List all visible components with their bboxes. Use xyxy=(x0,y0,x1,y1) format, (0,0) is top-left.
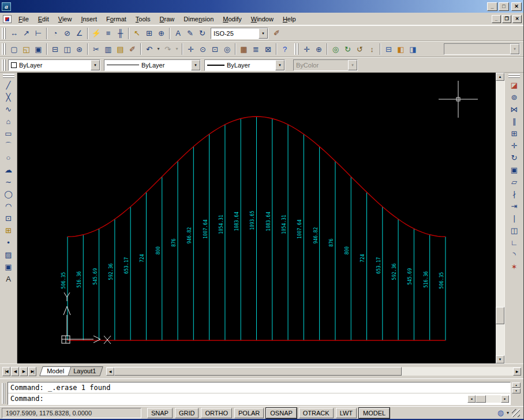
scroll-left-icon[interactable]: ◀ xyxy=(467,395,476,403)
combo-dropdown-icon[interactable] xyxy=(91,60,100,70)
back-clip-icon[interactable]: ◨ xyxy=(407,43,419,55)
scroll-left-icon[interactable]: ◀ xyxy=(106,367,114,376)
coordinate-display[interactable]: 1907.5909, 1175.8328, 0.0000 xyxy=(2,408,141,418)
linear-dimension-icon[interactable]: ↔ xyxy=(8,28,20,39)
toolbar-grip[interactable] xyxy=(3,74,14,78)
scroll-right-icon[interactable]: ▶ xyxy=(513,367,521,376)
scroll-up-icon[interactable]: ▲ xyxy=(496,73,504,81)
ellipse-icon[interactable]: ◯ xyxy=(2,188,14,200)
dimension-update-icon[interactable]: ↻ xyxy=(196,28,208,39)
toggle-otrack[interactable]: OTRACK xyxy=(299,408,334,418)
menu-window[interactable]: Window xyxy=(246,13,278,25)
horizontal-scroll-thumb[interactable] xyxy=(114,367,401,376)
erase-icon[interactable]: ◪ xyxy=(508,79,521,91)
dbconnect-icon[interactable]: ⊠ xyxy=(262,43,274,55)
combo-dropdown-icon[interactable] xyxy=(275,60,285,70)
command-window-grip[interactable] xyxy=(2,383,5,404)
tolerance-icon[interactable]: ⊞ xyxy=(143,28,155,39)
menu-file[interactable]: File xyxy=(14,13,33,25)
menu-tools[interactable]: Tools xyxy=(131,13,155,25)
construction-line-icon[interactable]: ╳ xyxy=(2,91,14,103)
communication-center-icon[interactable]: ◍ xyxy=(497,409,504,417)
new-file-icon[interactable]: ▢ xyxy=(8,43,20,55)
extend-icon[interactable]: ⇥ xyxy=(508,200,521,212)
command-input-line[interactable]: Command: ◀ ▶ xyxy=(8,393,510,404)
center-mark-icon[interactable]: ⊕ xyxy=(155,28,167,39)
toggle-lwt[interactable]: LWT xyxy=(336,408,357,418)
horizontal-scroll-track[interactable] xyxy=(114,367,513,376)
tab-last-button[interactable]: ▶| xyxy=(28,367,36,376)
spinner-up-icon[interactable]: ▴ xyxy=(512,382,521,388)
adjust-clip-planes-icon[interactable]: ⊟ xyxy=(383,43,395,55)
linetype-control-combo[interactable]: ByLayer xyxy=(104,59,201,71)
paste-icon[interactable]: ▤ xyxy=(114,43,126,55)
ellipse-arc-icon[interactable]: ◠ xyxy=(2,200,14,212)
hatch-icon[interactable]: ▨ xyxy=(2,249,14,261)
child-minimize-button[interactable]: _ xyxy=(492,15,501,23)
redo-icon[interactable]: ↷ xyxy=(162,43,174,55)
stretch-icon[interactable]: ▱ xyxy=(508,176,521,188)
command-scroll-track[interactable] xyxy=(476,395,501,403)
front-clip-icon[interactable]: ◧ xyxy=(395,43,407,55)
copy-object-icon[interactable]: ⊚ xyxy=(508,91,521,103)
tab-next-button[interactable]: ▶ xyxy=(20,367,28,376)
toggle-polar[interactable]: POLAR xyxy=(234,408,264,418)
continuous-orbit-icon[interactable]: ↻ xyxy=(342,43,354,55)
tab-first-button[interactable]: |◀ xyxy=(2,367,10,376)
move-icon[interactable]: ✛ xyxy=(508,140,521,152)
menu-edit[interactable]: Edit xyxy=(33,13,54,25)
pan-3d-icon[interactable]: ✛ xyxy=(301,43,313,55)
zoom-previous-icon[interactable]: ◎ xyxy=(221,43,233,55)
ordinate-dimension-icon[interactable]: ⊢ xyxy=(32,28,44,39)
scale-icon[interactable]: ▣ xyxy=(508,164,521,176)
cut-icon[interactable]: ✂ xyxy=(90,43,102,55)
spinner-down-icon[interactable]: ▾ xyxy=(512,388,521,393)
angular-dimension-icon[interactable]: ∠ xyxy=(73,28,85,39)
scroll-down-icon[interactable]: ▼ xyxy=(496,355,504,363)
toolbar-grip[interactable] xyxy=(508,74,520,78)
lineweight-control-combo[interactable]: ByLayer xyxy=(204,59,285,71)
menu-format[interactable]: Format xyxy=(102,13,131,25)
swivel-3d-icon[interactable]: ↺ xyxy=(354,43,366,55)
dimension-text-edit-icon[interactable]: A xyxy=(172,28,184,39)
command-text-area[interactable]: Command: _.erase 1 found Command: ◀ ▶ xyxy=(8,382,511,405)
command-scroll-spinner[interactable]: ▴ ▾ xyxy=(512,382,521,405)
drawing-canvas[interactable]: 506.35516.36545.69592.36653.177248008769… xyxy=(17,73,496,363)
make-block-icon[interactable]: ⊞ xyxy=(2,224,14,237)
continue-dimension-icon[interactable]: ╫ xyxy=(114,28,126,39)
toolbar-grip[interactable] xyxy=(2,43,6,55)
plot-preview-icon[interactable]: ◫ xyxy=(61,43,73,55)
dimension-style-icon[interactable]: ✐ xyxy=(271,28,283,39)
insert-block-icon[interactable]: ⊡ xyxy=(2,212,14,224)
command-horizontal-scrollbar[interactable]: ◀ ▶ xyxy=(467,395,509,403)
copy-clip-icon[interactable]: ▥ xyxy=(102,43,114,55)
scroll-right-icon[interactable]: ▶ xyxy=(501,395,509,403)
dimension-edit-icon[interactable]: ✎ xyxy=(184,28,196,39)
toggle-ortho[interactable]: ORTHO xyxy=(201,408,232,418)
zoom-3d-icon[interactable]: ⊕ xyxy=(313,43,325,55)
arc-icon[interactable]: ⌒ xyxy=(2,140,14,152)
toolbar-grip[interactable] xyxy=(2,59,6,71)
dim-style-combo[interactable]: ISO-25 xyxy=(211,28,268,39)
pan-realtime-icon[interactable]: ✛ xyxy=(185,43,197,55)
zoom-realtime-icon[interactable]: ⊙ xyxy=(197,43,209,55)
minimize-button[interactable]: _ xyxy=(487,2,497,11)
command-history-line[interactable]: Command: _.erase 1 found xyxy=(8,382,510,393)
close-button[interactable]: ✕ xyxy=(511,2,522,11)
multiline-text-icon[interactable]: A xyxy=(2,273,14,285)
undo-dropdown-icon[interactable]: ▾ xyxy=(155,43,162,55)
help-icon[interactable]: ? xyxy=(279,43,291,55)
toggle-snap[interactable]: SNAP xyxy=(147,408,173,418)
circle-icon[interactable]: ○ xyxy=(2,152,14,164)
toggle-model[interactable]: MODEL xyxy=(359,408,390,418)
polyline-icon[interactable]: ∿ xyxy=(2,103,14,115)
tab-model[interactable]: Model xyxy=(39,366,71,376)
publish-to-web-icon[interactable]: ⊛ xyxy=(73,43,85,55)
rectangle-icon[interactable]: ▭ xyxy=(2,127,14,140)
combo-dropdown-icon[interactable] xyxy=(191,60,200,70)
menu-insert[interactable]: Insert xyxy=(76,13,102,25)
tab-layout1[interactable]: Layout1 xyxy=(66,366,103,376)
offset-icon[interactable]: ∥ xyxy=(508,115,521,127)
menu-modify[interactable]: Modify xyxy=(218,13,246,25)
spline-icon[interactable]: ∼ xyxy=(2,176,14,188)
